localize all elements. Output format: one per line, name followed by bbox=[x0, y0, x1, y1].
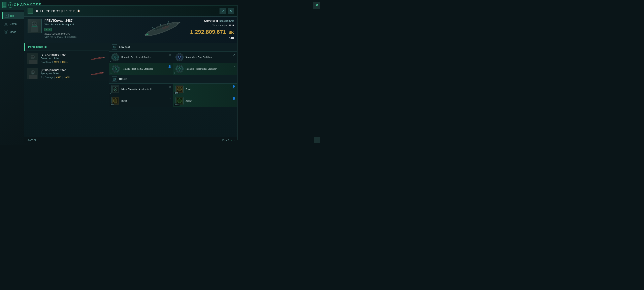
svg-point-23 bbox=[32, 56, 32, 57]
svg-rect-10 bbox=[32, 26, 38, 27]
participant-portrait-2 bbox=[27, 68, 38, 79]
fittings-panel: Low Slot Republic Fleet Inertial Stabili… bbox=[109, 43, 237, 143]
fitting-item-others-4: Jaspet 1790 👤 bbox=[173, 95, 237, 107]
sidebar-item-bio-label: Bio bbox=[10, 14, 14, 17]
ship-image bbox=[136, 19, 188, 39]
fitting-slot-2: 1 bbox=[174, 60, 175, 62]
fitting-icon-3 bbox=[112, 65, 120, 73]
participant-2-ship: Apocalypse Striker bbox=[41, 72, 90, 75]
bottom-stat-value: 6,475.67 bbox=[28, 139, 36, 141]
svg-point-8 bbox=[35, 23, 36, 24]
isk-value: 1,292,809,671 bbox=[190, 29, 226, 35]
fitting-name-low-1: Republic Fleet Inertial Stabilizer bbox=[121, 56, 152, 59]
fitting-item-low-3: Republic Fleet Inertial Stabilizer 1 👤 bbox=[109, 63, 173, 75]
prev-page-button[interactable]: ‹ bbox=[231, 139, 232, 142]
kill-badge: 1 Kill bbox=[44, 28, 52, 32]
svg-point-24 bbox=[33, 56, 34, 57]
person-icon-3: 👤 bbox=[168, 65, 171, 68]
fitting-remove-1[interactable]: ✕ bbox=[169, 53, 171, 56]
participant-2-name: [STCA]Amarr's Titan bbox=[41, 69, 90, 72]
fitting-remove-others-3[interactable]: ✕ bbox=[169, 97, 171, 100]
total-damage-value: 4528 bbox=[228, 24, 234, 27]
fitting-name-low-3: Republic Fleet Inertial Stabilizer bbox=[122, 68, 153, 71]
fitting-item-low-4: Republic Fleet Inertial Stabilizer 1 ✕ bbox=[173, 63, 237, 75]
participant-2-stats: Top Damage | 4528 | 100% bbox=[41, 76, 90, 79]
others-title: Others bbox=[119, 78, 128, 81]
fitting-name-others-4: Jaspet bbox=[186, 100, 192, 103]
others-icon bbox=[112, 77, 117, 82]
low-slot-header: Low Slot bbox=[109, 43, 237, 52]
kill-date: 2022/04/28 22:52:08 UTC -4 bbox=[44, 33, 134, 35]
combat-icon: ✕ bbox=[4, 22, 8, 26]
fitting-remove-2[interactable]: ✕ bbox=[233, 53, 236, 56]
victim-info: [IFEV]Kovach2487 Warp Scramble Strength:… bbox=[44, 19, 134, 38]
fitting-name-others-1: Miner Circulation Accelerator III bbox=[121, 88, 152, 91]
modal-menu-button[interactable] bbox=[28, 8, 33, 14]
svg-rect-25 bbox=[29, 60, 37, 64]
others-header: Others bbox=[109, 75, 237, 84]
low-slot-icon bbox=[112, 45, 117, 50]
fitting-remove-4[interactable]: ✕ bbox=[233, 65, 236, 68]
participants-header: Participants [1] bbox=[24, 43, 109, 51]
fitting-item-low-1: Republic Fleet Inertial Stabilizer 1 ✕ bbox=[109, 52, 173, 63]
low-slot-grid: Republic Fleet Inertial Stabilizer 1 ✕ bbox=[109, 52, 237, 75]
bio-icon: ≡ bbox=[5, 14, 9, 18]
kill-info-section: [IFEV]Kovach2487 Warp Scramble Strength:… bbox=[24, 17, 237, 43]
global-close-button[interactable]: ✕ bbox=[313, 2, 320, 9]
page-label: Page 3 bbox=[222, 139, 230, 141]
svg-rect-31 bbox=[29, 75, 37, 79]
page-indicator: Page 3 ‹ › bbox=[109, 137, 237, 143]
qty-badge-others-2: 677 bbox=[174, 92, 178, 94]
participant-item: [STCA]Amarr's Titan Apocalypse Striker T… bbox=[24, 66, 109, 81]
qty-badge-others-4: 1790 bbox=[174, 104, 180, 106]
kill-location: OBK-K8 < 3-PC31 < Feythabolis bbox=[44, 36, 134, 38]
expand-button[interactable]: ⤢ bbox=[220, 8, 226, 14]
isk-label: ISK bbox=[228, 30, 234, 35]
participant-1-weapon bbox=[90, 55, 106, 61]
svg-point-6 bbox=[32, 21, 37, 26]
participants-panel: Participants [1] [STCA]Amarr's Titan bbox=[24, 43, 109, 143]
filter-button[interactable] bbox=[314, 137, 320, 143]
victim-portrait bbox=[28, 19, 42, 33]
participant-2-info: [STCA]Amarr's Titan Apocalypse Striker T… bbox=[41, 69, 90, 79]
participants-bottom-stat: 6,475.67 bbox=[24, 137, 109, 143]
ship-class: Industrial Ship bbox=[219, 20, 234, 22]
sidebar-item-combat-label: Comb bbox=[10, 22, 17, 25]
svg-point-28 bbox=[31, 70, 35, 75]
svg-point-12 bbox=[146, 21, 178, 37]
fitting-icon-4 bbox=[176, 65, 184, 73]
participant-portrait-1 bbox=[27, 53, 38, 64]
fitting-name-low-4: Republic Fleet Inertial Stabilizer bbox=[186, 68, 217, 71]
svg-line-4 bbox=[10, 6, 11, 7]
svg-point-49 bbox=[115, 89, 116, 90]
victim-warp-scramble: Warp Scramble Strength: -3 bbox=[44, 23, 134, 26]
kill-report-modal: KILL REPORT [ID:7074111] 📋 ⤢ ✕ bbox=[24, 5, 238, 140]
fitting-remove-others-1[interactable]: ✕ bbox=[169, 85, 171, 88]
fitting-name-others-2: Bistot bbox=[186, 88, 191, 91]
svg-point-29 bbox=[32, 71, 32, 72]
ship-image-area bbox=[134, 19, 190, 39]
modal-body: Participants [1] [STCA]Amarr's Titan bbox=[24, 43, 237, 143]
fitting-slot-1: 1 bbox=[110, 60, 111, 62]
kill-stats: Covetor II Industrial Ship Total damage:… bbox=[190, 19, 234, 40]
modal-actions: ⤢ ✕ bbox=[220, 8, 234, 14]
modal-title: KILL REPORT bbox=[36, 9, 60, 13]
person-icon-others-2: 👤 bbox=[232, 85, 236, 88]
svg-point-26 bbox=[93, 58, 94, 59]
menu-icon[interactable] bbox=[2, 2, 6, 8]
low-slot-title: Low Slot bbox=[119, 46, 130, 49]
modal-close-button[interactable]: ✕ bbox=[228, 8, 234, 14]
total-damage-label: Total damage: bbox=[212, 24, 228, 27]
svg-rect-44 bbox=[114, 78, 115, 80]
fitting-slot-others-1: 1 bbox=[110, 92, 111, 94]
fitting-icon-1 bbox=[111, 53, 119, 61]
person-icon-others-4: 👤 bbox=[232, 97, 236, 100]
participant-1-name: [STCA]Amarr's Titan bbox=[41, 53, 90, 56]
participant-item: [STCA]Amarr's Titan Apocalypse Striker F… bbox=[24, 51, 109, 66]
copy-icon[interactable]: 📋 bbox=[77, 10, 80, 12]
sidebar-item-medals-label: Meda bbox=[10, 31, 16, 34]
svg-point-7 bbox=[33, 23, 34, 24]
next-page-button[interactable]: › bbox=[234, 139, 234, 142]
fitting-icon-others-1 bbox=[111, 85, 119, 93]
svg-point-22 bbox=[31, 55, 35, 59]
